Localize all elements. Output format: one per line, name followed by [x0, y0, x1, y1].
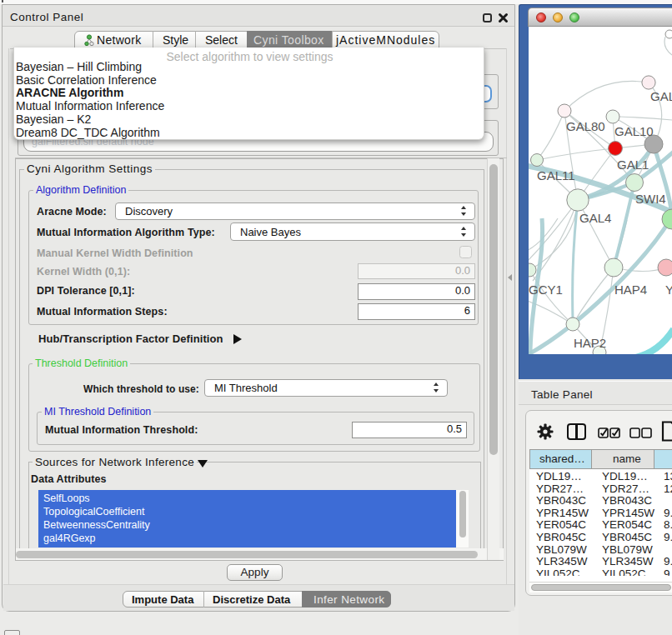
- svg-text:GAL4: GAL4: [579, 211, 611, 225]
- svg-text:GAL11: GAL11: [537, 168, 575, 182]
- svg-text:HAP4: HAP4: [614, 282, 647, 297]
- svg-text:Y: Y: [665, 282, 672, 297]
- svg-text:GAL80: GAL80: [566, 119, 605, 133]
- svg-text:GAL10: GAL10: [614, 124, 654, 138]
- svg-text:GAL: GAL: [650, 89, 672, 103]
- svg-text:GAL1: GAL1: [617, 158, 649, 172]
- svg-text:HAP2: HAP2: [574, 336, 606, 350]
- svg-text:SWI4: SWI4: [635, 192, 666, 206]
- svg-text:GCY1: GCY1: [529, 282, 563, 297]
